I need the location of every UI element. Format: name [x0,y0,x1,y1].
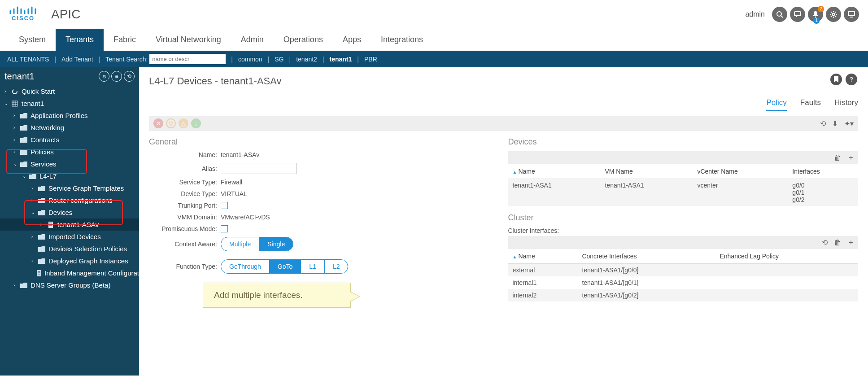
tree-policies[interactable]: ›Policies [0,146,139,158]
tree-quick-start-label: Quick Start [22,87,55,95]
fault-minor-icon[interactable]: △ [179,118,188,128]
function-goto-option[interactable]: GoTo [269,260,301,273]
tenant-link-common[interactable]: common [238,56,262,63]
tree-app-profiles[interactable]: ›Application Profiles [0,109,139,122]
promiscuous-checkbox[interactable] [221,225,228,232]
tools-icon[interactable]: ✦▾ [844,119,854,128]
bookmark-icon[interactable] [830,74,842,85]
gear-icon[interactable] [826,7,841,22]
content-tab-history[interactable]: History [834,98,858,111]
tab-operations[interactable]: Operations [274,29,333,51]
tree-quick-start[interactable]: ›Quick Start [0,85,139,97]
tree-dev-selection-policies[interactable]: Devices Selection Policies [0,243,139,255]
cluster-add-icon[interactable]: ＋ [847,238,855,247]
function-gothrough-option[interactable]: GoThrough [221,260,269,273]
devices-delete-icon[interactable]: 🗑 [834,154,841,162]
table-row[interactable]: internal2tenant1-ASA1/[g0/2] [508,289,859,301]
function-type-label: Function Type: [149,263,221,270]
fault-major-icon[interactable]: ▽ [166,118,176,128]
page-title: L4-L7 Devices - tenant1-ASAv [149,75,858,87]
tree-inband-mgmt[interactable]: Inband Management Configurat [0,267,139,279]
cluster-refresh-icon[interactable]: ⟲ [822,238,828,247]
cisco-logo: CISCO [9,5,38,23]
tree-contracts[interactable]: ›Contracts [0,134,139,146]
tab-admin[interactable]: Admin [231,29,274,51]
cluster-col-concrete[interactable]: Concrete Interfaces [577,249,715,264]
tenant-link-pbr[interactable]: PBR [364,56,377,63]
cluster-title: Cluster [508,213,859,223]
tree-action-1-icon[interactable]: ⎋ [99,71,109,82]
all-tenants-link[interactable]: ALL TENANTS [7,56,49,63]
tree-l4-l7[interactable]: ⌄L4-L7 [0,170,139,182]
search-icon[interactable] [772,7,787,22]
user-label[interactable]: admin [745,10,765,18]
tree-networking-label: Networking [31,124,64,131]
devices-cell-name: tenant1-ASA1 [508,179,601,206]
add-tenant-link[interactable]: Add Tenant [61,56,93,63]
svg-rect-34 [37,270,41,276]
devices-col-vcenter[interactable]: vCenter Name [693,164,788,179]
tree-refresh-icon[interactable]: ⟲ [124,71,135,82]
tree-devices[interactable]: ⌄Devices [0,206,139,218]
svg-rect-25 [12,101,17,106]
svg-rect-22 [848,12,855,16]
service-type-label: Service Type: [149,179,221,186]
content-tab-policy[interactable]: Policy [766,98,786,111]
svg-line-19 [835,16,836,17]
download-icon[interactable]: ⬇ [832,119,838,128]
vmm-label: VMM Domain: [149,214,221,221]
table-row[interactable]: externaltenant1-ASA1/[g0/0] [508,264,859,277]
devices-add-icon[interactable]: ＋ [847,153,855,162]
tab-virtual-networking[interactable]: Virtual Networking [146,29,231,51]
tab-fabric[interactable]: Fabric [104,29,146,51]
table-row[interactable]: tenant1-ASA1 tenant1-ASA1 vcenter g0/0 g… [508,179,859,206]
cluster-delete-icon[interactable]: 🗑 [834,239,841,247]
tab-tenants[interactable]: Tenants [56,29,104,51]
context-multiple-option[interactable]: Multiple [221,237,259,251]
tenant-search-input[interactable] [149,54,226,64]
function-l2-option[interactable]: L2 [324,260,348,273]
tenant-link-tenant1[interactable]: tenant1 [330,56,352,63]
general-section: General Name:tenant1-ASAv Alias: Service… [149,136,499,308]
chat-icon[interactable] [790,7,805,22]
devices-col-interfaces[interactable]: Interfaces [788,164,858,179]
trunking-checkbox[interactable] [221,202,228,209]
tree-deployed-graph[interactable]: ›Deployed Graph Instances [0,255,139,267]
tenant-link-tenant2[interactable]: tenant2 [296,56,317,63]
tree-tenant1[interactable]: ⌄tenant1 [0,97,139,109]
help-icon[interactable]: ? [846,74,857,85]
monitor-icon[interactable] [844,7,859,22]
tree-router-cfg[interactable]: ›Router configurations [0,194,139,206]
devices-col-name[interactable]: ▲Name [508,164,601,179]
cluster-col-name[interactable]: ▲Name [508,249,578,264]
tab-integrations[interactable]: Integrations [371,29,433,51]
svg-point-24 [13,89,17,94]
tree-imported-devices[interactable]: ›Imported Devices [0,231,139,243]
fault-warning-icon[interactable]: ↕ [191,118,201,128]
tree-services[interactable]: ⌄Services [0,158,139,170]
fault-critical-icon[interactable]: ✕ [153,118,163,128]
function-type-toggle: GoThrough GoTo L1 L2 [221,259,348,274]
alias-input[interactable] [221,163,297,174]
bell-icon[interactable]: 2 1 [808,7,823,22]
tree-tenant1-asav[interactable]: ›tenant1-ASAv [0,218,139,231]
tenant-link-sg[interactable]: SG [275,56,284,63]
tree-dns-groups[interactable]: ›DNS Server Groups (Beta) [0,279,139,291]
devices-col-vm[interactable]: VM Name [600,164,693,179]
function-l1-option[interactable]: L1 [301,260,324,273]
table-row[interactable]: internal1tenant1-ASA1/[g0/1] [508,276,859,289]
tree-networking[interactable]: ›Networking [0,122,139,134]
refresh-icon[interactable]: ⟲ [820,119,826,128]
promiscuous-label: Promiscuous Mode: [149,225,221,232]
context-single-option[interactable]: Single [259,237,293,251]
content-tab-faults[interactable]: Faults [800,98,821,111]
tree-sg-templates[interactable]: ›Service Graph Templates [0,182,139,194]
tree-action-2-icon[interactable]: ≡ [111,71,122,82]
tab-apps[interactable]: Apps [333,29,371,51]
tree-root-title: tenant1 [4,71,35,82]
devices-cell-interfaces: g0/0 g0/1 g0/2 [788,179,858,206]
alias-label: Alias: [149,165,221,172]
tab-system[interactable]: System [9,29,56,51]
cluster-col-lag[interactable]: Enhanced Lag Policy [715,249,858,264]
tree-services-label: Services [31,160,57,168]
